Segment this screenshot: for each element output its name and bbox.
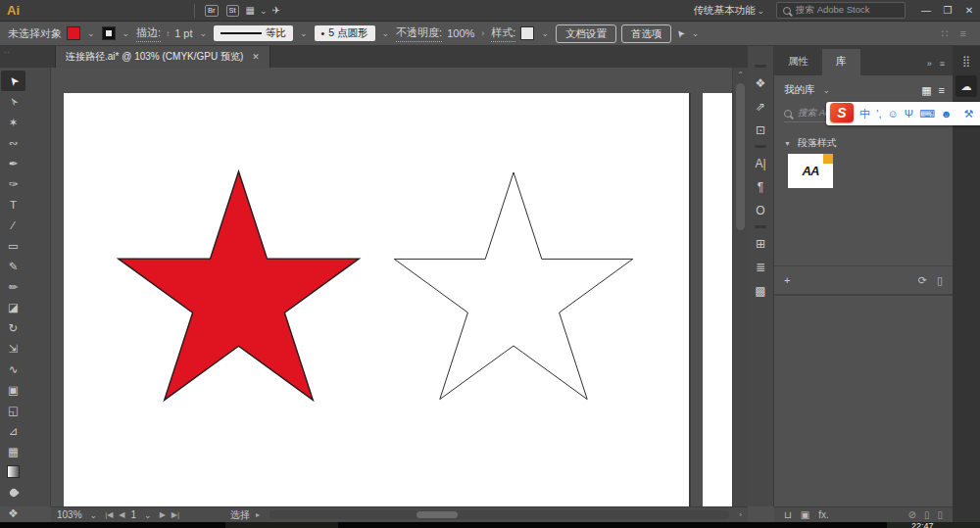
arrange-documents-icon[interactable]: ▦ bbox=[246, 5, 255, 16]
bridge-button[interactable]: Br bbox=[205, 5, 219, 17]
opacity-label[interactable]: 不透明度: bbox=[396, 25, 442, 42]
delete-icon[interactable]: ▯ bbox=[937, 509, 943, 520]
mesh-tool[interactable]: ▦ bbox=[1, 441, 25, 461]
style-label[interactable]: 样式: bbox=[491, 25, 515, 42]
ime-toolbox-icon[interactable]: ⚒ bbox=[963, 108, 973, 120]
panel-menu-icon[interactable]: ≡ bbox=[960, 27, 966, 39]
document-setup-button[interactable]: 文档设置 bbox=[556, 24, 616, 43]
eyedropper-tool[interactable] bbox=[1, 482, 25, 503]
preferences-button[interactable]: 首选项 bbox=[621, 24, 672, 43]
creative-cloud-icon[interactable]: ☁ bbox=[956, 75, 977, 97]
type-tool[interactable]: T bbox=[1, 194, 25, 215]
effects-icon[interactable]: fx. bbox=[818, 509, 829, 520]
sync-icon[interactable]: ⟳ bbox=[918, 274, 927, 287]
stock-button[interactable]: St bbox=[226, 5, 239, 17]
stepper-icon[interactable]: ↕ bbox=[166, 29, 170, 38]
ime-lang-chinese[interactable]: 中 bbox=[859, 107, 870, 121]
list-view-icon[interactable]: ≡ bbox=[939, 84, 945, 97]
restore-button[interactable]: ❐ bbox=[937, 5, 958, 16]
vertical-scrollbar[interactable]: ⌃ bbox=[732, 68, 748, 506]
chevron-down-icon[interactable]: ⌄ bbox=[382, 28, 390, 38]
stroke-label[interactable]: 描边: bbox=[136, 25, 161, 42]
collapse-panel-icon[interactable]: » bbox=[927, 59, 932, 69]
artwork-layer[interactable] bbox=[51, 68, 732, 506]
artboard-footer-icon[interactable]: ⊔ bbox=[784, 509, 792, 520]
direct-selection-tool[interactable]: ➢ bbox=[1, 91, 25, 112]
star-red-filled[interactable] bbox=[119, 171, 359, 400]
stroke-color-swatch[interactable] bbox=[102, 26, 116, 40]
gradient-tool[interactable] bbox=[1, 461, 25, 482]
rotate-tool[interactable]: ↻ bbox=[1, 317, 25, 338]
star-outline[interactable] bbox=[394, 172, 632, 400]
selection-tool[interactable]: ➤ bbox=[1, 71, 25, 91]
rectangle-tool[interactable]: ▭ bbox=[1, 235, 25, 256]
close-button[interactable]: ✕ bbox=[958, 5, 980, 16]
workspace-switcher[interactable]: 传统基本功能 bbox=[693, 4, 755, 18]
brush-select[interactable]: • 5 点圆形 bbox=[315, 25, 375, 41]
chevron-down-icon[interactable]: ⌄ bbox=[144, 510, 152, 520]
fill-color-swatch[interactable] bbox=[67, 26, 80, 40]
curvature-tool[interactable]: ✑ bbox=[1, 173, 25, 194]
chevron-right-icon[interactable]: › bbox=[481, 28, 484, 38]
status-menu-icon[interactable]: ▸ bbox=[256, 510, 260, 519]
chevron-down-icon[interactable]: ⌄ bbox=[757, 6, 764, 16]
scroll-up-icon[interactable]: ⌃ bbox=[733, 68, 748, 79]
perspective-grid-tool[interactable]: ⊿ bbox=[1, 420, 25, 441]
paragraph-style-item[interactable]: AA bbox=[788, 154, 833, 188]
share-icon[interactable]: ✈ bbox=[272, 5, 280, 16]
chevron-down-icon[interactable]: ⌄ bbox=[87, 28, 95, 38]
paragraph-panel-icon[interactable]: ¶ bbox=[748, 175, 773, 199]
artboards-panel-icon[interactable]: ⊡ bbox=[748, 119, 773, 142]
tab-properties[interactable]: 属性 bbox=[774, 49, 822, 75]
trash-icon[interactable]: ▯ bbox=[937, 274, 943, 287]
stock-sync-icon[interactable]: ⣿ bbox=[956, 50, 977, 72]
grid-view-icon[interactable]: ▦ bbox=[921, 84, 931, 97]
stock-search-input[interactable]: 搜索 Adobe Stock bbox=[776, 2, 906, 19]
panel-menu-icon[interactable]: ≡ bbox=[940, 59, 945, 69]
transform-panel-icon[interactable]: ⊞ bbox=[748, 232, 773, 256]
triangle-down-icon[interactable]: ▼ bbox=[784, 140, 791, 147]
width-tool[interactable]: ∿ bbox=[1, 359, 25, 379]
next-artboard-icon[interactable]: ▶ bbox=[160, 510, 166, 519]
eraser-tool[interactable]: ◪ bbox=[1, 297, 25, 317]
lasso-tool[interactable]: ∾ bbox=[1, 132, 25, 153]
blend-tool[interactable]: ❖ bbox=[1, 503, 25, 523]
pathfinder-panel-icon[interactable]: ▩ bbox=[748, 279, 773, 303]
library-select[interactable]: 我的库 bbox=[784, 83, 815, 97]
layers-panel-icon[interactable]: ❖ bbox=[748, 72, 773, 95]
add-content-button[interactable]: + bbox=[784, 274, 790, 286]
no-color-icon[interactable]: ⊘ bbox=[908, 509, 916, 520]
chevron-down-icon[interactable]: ⌄ bbox=[692, 28, 700, 38]
new-item-icon[interactable]: ▯ bbox=[924, 509, 930, 520]
chevron-down-icon[interactable]: ⌄ bbox=[122, 28, 130, 38]
chevron-down-icon[interactable]: ⌄ bbox=[200, 28, 208, 38]
windows-taskbar[interactable]: 22:47 bbox=[0, 522, 980, 528]
minimize-button[interactable]: — bbox=[915, 5, 937, 16]
width-profile-select[interactable]: 等比 bbox=[214, 25, 293, 41]
shape-builder-tool[interactable]: ◱ bbox=[1, 400, 25, 420]
artboard-number[interactable]: 1 bbox=[131, 509, 137, 520]
free-transform-tool[interactable]: ▣ bbox=[1, 379, 25, 400]
shaper-tool[interactable]: ✏ bbox=[1, 276, 25, 297]
chevron-down-icon[interactable]: ⌄ bbox=[300, 28, 308, 38]
pointer-menu-icon[interactable]: ➤ bbox=[674, 26, 688, 39]
ime-punctuation[interactable]: ’, bbox=[876, 108, 882, 120]
tab-libraries[interactable]: 库 bbox=[822, 49, 860, 75]
ime-mic-icon[interactable]: Ψ bbox=[905, 108, 913, 120]
opentype-panel-icon[interactable]: O bbox=[748, 199, 773, 222]
ime-emoji-icon[interactable]: ☺ bbox=[888, 108, 899, 120]
taskbar-button[interactable] bbox=[225, 522, 338, 528]
chevron-down-icon[interactable]: ⌄ bbox=[541, 28, 549, 38]
sogou-logo[interactable]: S bbox=[830, 106, 854, 122]
ime-keyboard-icon[interactable]: ⌨ bbox=[919, 108, 935, 120]
opacity-value[interactable]: 100% bbox=[447, 27, 474, 39]
document-tab[interactable]: 连接路径.ai* @ 103% (CMYK/GPU 预览) ✕ bbox=[55, 46, 270, 68]
last-artboard-icon[interactable]: ▶| bbox=[172, 510, 179, 519]
canvas[interactable] bbox=[51, 68, 732, 506]
paragraph-styles-group[interactable]: ▼ 段落样式 bbox=[774, 126, 953, 154]
close-tab-icon[interactable]: ✕ bbox=[252, 52, 260, 62]
vertical-scroll-thumb[interactable] bbox=[736, 83, 745, 230]
touch-workspace-icon[interactable]: ∷ bbox=[942, 27, 949, 40]
align-panel-icon[interactable]: ≣ bbox=[748, 256, 773, 279]
zoom-level[interactable]: 103% bbox=[57, 509, 82, 520]
